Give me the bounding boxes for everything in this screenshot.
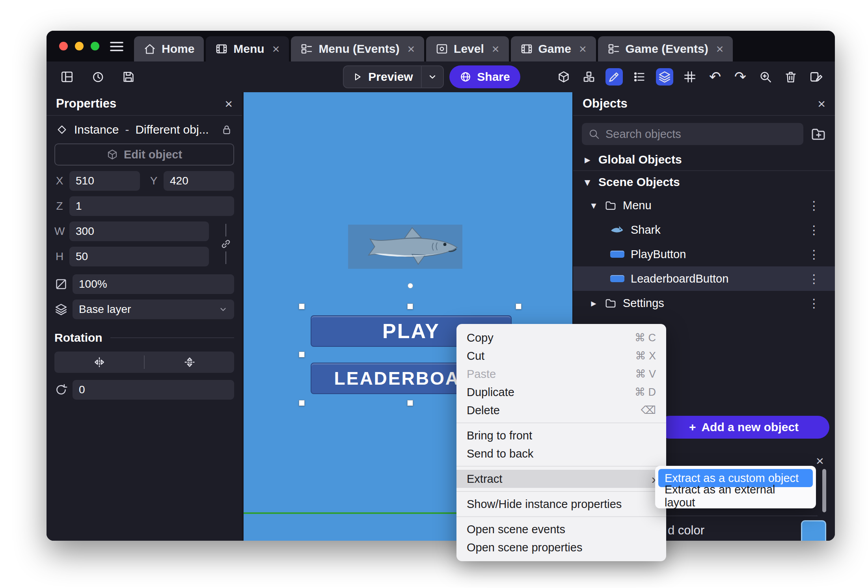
menu-item-open-scene-properties[interactable]: Open scene properties <box>456 538 666 556</box>
scene-icon <box>215 43 228 55</box>
menu-item-extract[interactable]: Extract › <box>456 470 666 488</box>
add-new-object-button[interactable]: + Add a new object <box>658 416 829 439</box>
tab-game-events[interactable]: Game (Events) × <box>598 36 733 61</box>
redo-button[interactable]: ↷ <box>732 68 749 86</box>
history-button[interactable] <box>89 68 106 86</box>
close-icon[interactable]: × <box>407 43 415 55</box>
close-icon[interactable]: × <box>225 96 233 112</box>
home-icon <box>143 43 156 55</box>
tree-item-playbutton[interactable]: PlayButton ⋮ <box>573 242 835 266</box>
selection-handle-bottom-left[interactable] <box>299 400 305 406</box>
tab-label: Game (Events) <box>626 42 708 56</box>
x-field[interactable]: 510 <box>69 171 140 191</box>
selection-handle-top-right[interactable] <box>516 303 522 309</box>
share-button[interactable]: Share <box>449 65 520 88</box>
scene-objects-section[interactable]: ▾ Scene Objects <box>573 171 835 193</box>
search-input[interactable]: Search objects <box>582 123 803 145</box>
edit-mode-button[interactable] <box>605 68 623 86</box>
grid-button[interactable] <box>681 68 698 86</box>
tree-item-leaderboardbutton[interactable]: LeaderboardButton ⋮ <box>573 266 835 291</box>
lock-icon[interactable] <box>221 124 233 136</box>
close-icon[interactable]: × <box>816 453 824 469</box>
edit-object-button[interactable]: Edit object <box>54 143 234 166</box>
kebab-menu-icon[interactable]: ⋮ <box>808 199 820 212</box>
submenu-item-extract-external-layout[interactable]: Extract as an external layout <box>658 487 813 505</box>
preview-split-button[interactable]: Preview <box>343 65 444 88</box>
app-window: Home Menu × Menu (Events) × Level × <box>47 31 835 541</box>
objects-mode-button[interactable] <box>580 68 598 86</box>
close-window-button[interactable] <box>59 42 68 50</box>
close-icon[interactable]: × <box>579 43 587 55</box>
tree-folder-settings[interactable]: ▸ Settings ⋮ <box>573 291 835 315</box>
instance-icon <box>56 124 68 136</box>
menu-item-duplicate[interactable]: Duplicate⌘ D <box>456 383 666 401</box>
menu-item-show-hide-instance-properties[interactable]: Show/Hide instance properties <box>456 495 666 513</box>
zoom-window-button[interactable] <box>91 42 99 50</box>
background-color-swatch[interactable] <box>801 520 826 541</box>
close-icon[interactable]: × <box>716 43 724 55</box>
opacity-field[interactable]: 100% <box>73 274 234 294</box>
save-button[interactable] <box>120 68 137 86</box>
kebab-menu-icon[interactable]: ⋮ <box>808 272 820 286</box>
close-icon[interactable]: × <box>272 43 280 55</box>
selection-handle-top-center[interactable] <box>407 303 413 309</box>
y-field[interactable]: 420 <box>164 171 234 191</box>
undo-button[interactable]: ↶ <box>706 68 724 86</box>
instances-list-button[interactable] <box>631 68 648 86</box>
minimize-window-button[interactable] <box>75 42 84 50</box>
menu-item-delete[interactable]: Delete⌫ <box>456 401 666 419</box>
zoom-button[interactable] <box>757 68 774 86</box>
close-icon[interactable]: × <box>818 96 825 112</box>
tab-label: Level <box>454 42 484 56</box>
global-objects-section[interactable]: ▸ Global Objects <box>573 149 835 171</box>
selection-handle-middle-left[interactable] <box>299 352 305 357</box>
toggle-panels-button[interactable] <box>58 68 76 86</box>
tab-level[interactable]: Level × <box>426 36 509 61</box>
triangle-right-icon: ▸ <box>583 154 592 166</box>
selection-handle-bottom-center[interactable] <box>407 400 413 406</box>
menu-item-cut[interactable]: Cut⌘ X <box>456 347 666 365</box>
preview-options-button[interactable] <box>422 72 443 82</box>
menu-item-send-to-back[interactable]: Send to back <box>456 445 666 463</box>
tab-home[interactable]: Home <box>134 36 204 61</box>
layers-button[interactable] <box>656 68 673 86</box>
panels-icon <box>60 70 74 84</box>
new-folder-button[interactable] <box>810 126 826 142</box>
z-label: Z <box>54 200 65 212</box>
scrollbar-thumb[interactable] <box>822 469 826 512</box>
lock-aspect-ratio-toggle[interactable] <box>219 224 233 264</box>
z-field[interactable]: 1 <box>69 196 234 216</box>
menu-item-bring-to-front[interactable]: Bring to front <box>456 426 666 445</box>
menu-item-open-scene-events[interactable]: Open scene events <box>456 520 666 538</box>
chevron-down-icon <box>218 305 228 314</box>
flip-horizontal-button[interactable] <box>54 356 144 368</box>
flip-vertical-button[interactable] <box>145 356 234 368</box>
delete-button[interactable] <box>782 68 799 86</box>
tab-label: Home <box>162 42 194 56</box>
close-icon[interactable]: × <box>492 43 499 55</box>
tree-item-shark[interactable]: Shark ⋮ <box>573 218 835 242</box>
toolbar: Preview Share ↶ ↷ <box>47 61 835 92</box>
tab-menu[interactable]: Menu × <box>206 36 289 61</box>
rotation-field[interactable]: 0 <box>73 380 234 400</box>
tab-menu-events[interactable]: Menu (Events) × <box>291 36 424 61</box>
kebab-menu-icon[interactable]: ⋮ <box>808 223 820 237</box>
properties-panel: Properties × Instance - Different obj...… <box>47 92 243 541</box>
menu-item-copy[interactable]: Copy⌘ C <box>456 329 666 347</box>
context-menu: Copy⌘ C Cut⌘ X Paste⌘ V Duplicate⌘ D Del… <box>456 324 666 561</box>
edit-scene-properties-button[interactable] <box>807 68 825 86</box>
kebab-menu-icon[interactable]: ⋮ <box>808 247 820 261</box>
selection-handle-top-left[interactable] <box>299 303 305 309</box>
tree-folder-menu[interactable]: ▾ Menu ⋮ <box>573 193 835 218</box>
title-bar: Home Menu × Menu (Events) × Level × <box>47 31 835 61</box>
rotation-handle[interactable] <box>408 283 413 288</box>
height-field[interactable]: 50 <box>69 247 209 266</box>
preview-button[interactable]: Preview <box>344 70 421 84</box>
layer-select[interactable]: Base layer <box>73 300 234 319</box>
shark-sprite[interactable] <box>348 225 462 269</box>
kebab-menu-icon[interactable]: ⋮ <box>808 296 820 310</box>
main-menu-button[interactable] <box>109 39 125 54</box>
toggle-3d-button[interactable] <box>555 68 572 86</box>
width-field[interactable]: 300 <box>69 221 209 241</box>
tab-game[interactable]: Game × <box>511 36 596 61</box>
